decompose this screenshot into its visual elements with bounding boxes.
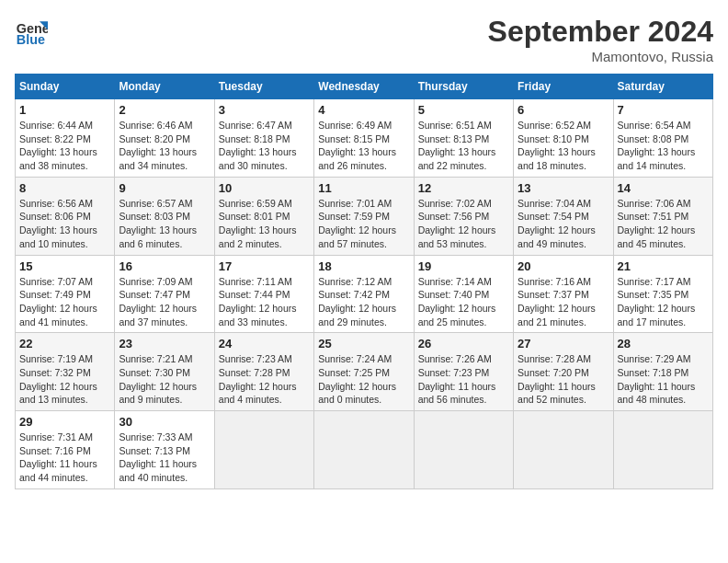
day-number: 9 (119, 181, 210, 195)
calendar-cell: 10Sunrise: 6:59 AMSunset: 8:01 PMDayligh… (214, 177, 313, 255)
week-row-3: 15Sunrise: 7:07 AMSunset: 7:49 PMDayligh… (16, 255, 713, 333)
calendar-cell: 17Sunrise: 7:11 AMSunset: 7:44 PMDayligh… (214, 255, 313, 333)
calendar-cell: 11Sunrise: 7:01 AMSunset: 7:59 PMDayligh… (314, 177, 414, 255)
weekday-thursday: Thursday (414, 75, 513, 99)
day-info: Sunrise: 7:26 AMSunset: 7:23 PMDaylight:… (418, 352, 509, 407)
weekday-friday: Friday (514, 75, 613, 99)
day-number: 13 (518, 181, 609, 195)
calendar-cell: 3Sunrise: 6:47 AMSunset: 8:18 PMDaylight… (214, 99, 313, 178)
day-info: Sunrise: 6:56 AMSunset: 8:06 PMDaylight:… (19, 197, 110, 251)
day-info: Sunrise: 7:06 AMSunset: 7:51 PMDaylight:… (618, 197, 709, 251)
day-info: Sunrise: 7:09 AMSunset: 7:47 PMDaylight:… (119, 275, 210, 329)
day-number: 4 (318, 103, 409, 117)
day-number: 16 (119, 259, 210, 273)
calendar-cell (613, 411, 712, 489)
calendar-cell (214, 411, 313, 489)
calendar-cell: 23Sunrise: 7:21 AMSunset: 7:30 PMDayligh… (115, 333, 214, 411)
day-info: Sunrise: 6:49 AMSunset: 8:15 PMDaylight:… (318, 119, 409, 173)
day-number: 21 (618, 259, 709, 273)
calendar-cell: 2Sunrise: 6:46 AMSunset: 8:20 PMDaylight… (115, 99, 214, 178)
day-number: 1 (19, 103, 110, 117)
weekday-header-row: SundayMondayTuesdayWednesdayThursdayFrid… (16, 75, 713, 99)
weekday-monday: Monday (115, 75, 214, 99)
weekday-saturday: Saturday (613, 75, 712, 99)
svg-text:Blue: Blue (17, 32, 45, 47)
calendar-cell: 16Sunrise: 7:09 AMSunset: 7:47 PMDayligh… (115, 255, 214, 333)
day-info: Sunrise: 7:21 AMSunset: 7:30 PMDaylight:… (119, 352, 210, 407)
day-number: 30 (119, 415, 210, 429)
calendar-cell: 29Sunrise: 7:31 AMSunset: 7:16 PMDayligh… (16, 411, 115, 489)
day-info: Sunrise: 7:12 AMSunset: 7:42 PMDaylight:… (318, 275, 409, 329)
day-info: Sunrise: 7:24 AMSunset: 7:25 PMDaylight:… (318, 352, 409, 407)
calendar-cell: 30Sunrise: 7:33 AMSunset: 7:13 PMDayligh… (115, 411, 214, 489)
calendar-cell: 25Sunrise: 7:24 AMSunset: 7:25 PMDayligh… (314, 333, 414, 411)
calendar-cell: 19Sunrise: 7:14 AMSunset: 7:40 PMDayligh… (414, 255, 513, 333)
day-number: 11 (318, 181, 409, 195)
calendar-cell (514, 411, 613, 489)
week-row-5: 29Sunrise: 7:31 AMSunset: 7:16 PMDayligh… (16, 411, 713, 489)
day-number: 5 (418, 103, 509, 117)
calendar-cell: 9Sunrise: 6:57 AMSunset: 8:03 PMDaylight… (115, 177, 214, 255)
weekday-wednesday: Wednesday (314, 75, 414, 99)
calendar-cell: 21Sunrise: 7:17 AMSunset: 7:35 PMDayligh… (613, 255, 712, 333)
calendar-cell: 20Sunrise: 7:16 AMSunset: 7:37 PMDayligh… (514, 255, 613, 333)
day-number: 6 (518, 103, 609, 117)
day-info: Sunrise: 6:46 AMSunset: 8:20 PMDaylight:… (119, 119, 210, 173)
day-number: 7 (618, 103, 709, 117)
title-area: September 2024 Mamontovo, Russia (488, 15, 713, 64)
calendar-cell: 6Sunrise: 6:52 AMSunset: 8:10 PMDaylight… (514, 99, 613, 178)
day-number: 22 (19, 337, 110, 350)
weekday-tuesday: Tuesday (214, 75, 313, 99)
day-info: Sunrise: 6:59 AMSunset: 8:01 PMDaylight:… (219, 197, 310, 251)
calendar-cell: 8Sunrise: 6:56 AMSunset: 8:06 PMDaylight… (16, 177, 115, 255)
day-info: Sunrise: 7:02 AMSunset: 7:56 PMDaylight:… (418, 197, 509, 251)
calendar-cell (314, 411, 414, 489)
day-number: 29 (19, 415, 110, 429)
week-row-2: 8Sunrise: 6:56 AMSunset: 8:06 PMDaylight… (16, 177, 713, 255)
calendar-cell: 5Sunrise: 6:51 AMSunset: 8:13 PMDaylight… (414, 99, 513, 178)
week-row-1: 1Sunrise: 6:44 AMSunset: 8:22 PMDaylight… (16, 99, 713, 178)
day-number: 2 (119, 103, 210, 117)
calendar-cell: 4Sunrise: 6:49 AMSunset: 8:15 PMDaylight… (314, 99, 414, 178)
day-number: 24 (219, 337, 310, 350)
calendar-cell: 7Sunrise: 6:54 AMSunset: 8:08 PMDaylight… (613, 99, 712, 178)
calendar-cell (414, 411, 513, 489)
calendar-cell: 12Sunrise: 7:02 AMSunset: 7:56 PMDayligh… (414, 177, 513, 255)
logo-icon: General Blue (15, 15, 48, 48)
page-header: General Blue September 2024 Mamontovo, R… (15, 15, 713, 64)
calendar-cell: 18Sunrise: 7:12 AMSunset: 7:42 PMDayligh… (314, 255, 414, 333)
day-number: 23 (119, 337, 210, 350)
day-info: Sunrise: 7:01 AMSunset: 7:59 PMDaylight:… (318, 197, 409, 251)
day-info: Sunrise: 7:11 AMSunset: 7:44 PMDaylight:… (219, 275, 310, 329)
day-number: 10 (219, 181, 310, 195)
day-info: Sunrise: 7:29 AMSunset: 7:18 PMDaylight:… (618, 352, 709, 407)
day-number: 19 (418, 259, 509, 273)
day-info: Sunrise: 7:16 AMSunset: 7:37 PMDaylight:… (518, 275, 609, 329)
day-info: Sunrise: 6:57 AMSunset: 8:03 PMDaylight:… (119, 197, 210, 251)
day-info: Sunrise: 7:14 AMSunset: 7:40 PMDaylight:… (418, 275, 509, 329)
day-info: Sunrise: 7:28 AMSunset: 7:20 PMDaylight:… (518, 352, 609, 407)
day-info: Sunrise: 6:54 AMSunset: 8:08 PMDaylight:… (618, 119, 709, 173)
day-number: 14 (618, 181, 709, 195)
day-number: 26 (418, 337, 509, 350)
day-number: 18 (318, 259, 409, 273)
calendar-table: SundayMondayTuesdayWednesdayThursdayFrid… (15, 74, 713, 489)
day-info: Sunrise: 7:31 AMSunset: 7:16 PMDaylight:… (19, 431, 110, 485)
day-info: Sunrise: 7:07 AMSunset: 7:49 PMDaylight:… (19, 275, 110, 329)
day-info: Sunrise: 7:23 AMSunset: 7:28 PMDaylight:… (219, 352, 310, 407)
day-number: 28 (618, 337, 709, 350)
day-number: 15 (19, 259, 110, 273)
weekday-sunday: Sunday (16, 75, 115, 99)
day-number: 17 (219, 259, 310, 273)
day-info: Sunrise: 7:04 AMSunset: 7:54 PMDaylight:… (518, 197, 609, 251)
day-info: Sunrise: 6:51 AMSunset: 8:13 PMDaylight:… (418, 119, 509, 173)
day-info: Sunrise: 6:47 AMSunset: 8:18 PMDaylight:… (219, 119, 310, 173)
month-title: September 2024 (488, 15, 713, 49)
day-info: Sunrise: 6:52 AMSunset: 8:10 PMDaylight:… (518, 119, 609, 173)
calendar-cell: 14Sunrise: 7:06 AMSunset: 7:51 PMDayligh… (613, 177, 712, 255)
calendar-cell: 13Sunrise: 7:04 AMSunset: 7:54 PMDayligh… (514, 177, 613, 255)
day-number: 25 (318, 337, 409, 350)
day-info: Sunrise: 7:17 AMSunset: 7:35 PMDaylight:… (618, 275, 709, 329)
calendar-cell: 15Sunrise: 7:07 AMSunset: 7:49 PMDayligh… (16, 255, 115, 333)
day-number: 20 (518, 259, 609, 273)
